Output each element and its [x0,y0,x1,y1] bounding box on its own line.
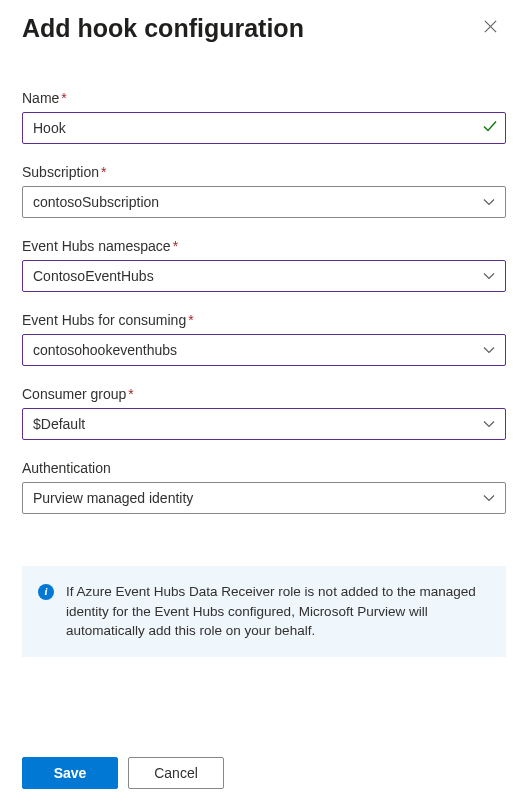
required-star: * [101,164,106,180]
field-consuming: Event Hubs for consuming* contosohookeve… [22,312,506,366]
field-label-namespace: Event Hubs namespace* [22,238,506,254]
field-authentication: Authentication Purview managed identity [22,460,506,514]
chevron-down-icon [473,492,505,504]
required-star: * [188,312,193,328]
panel-footer: Save Cancel [22,741,506,789]
name-input-wrap [22,112,506,144]
checkmark-icon [482,118,498,138]
panel-title: Add hook configuration [22,14,304,43]
close-icon [483,19,498,38]
name-input[interactable] [22,112,506,144]
chevron-down-icon [473,196,505,208]
consumer-group-select[interactable]: $Default [22,408,506,440]
info-message-text: If Azure Event Hubs Data Receiver role i… [66,582,490,641]
chevron-down-icon [473,418,505,430]
consuming-select[interactable]: contosohookeventhubs [22,334,506,366]
required-star: * [173,238,178,254]
panel-header: Add hook configuration [22,12,506,44]
field-label-name: Name* [22,90,506,106]
field-label-consumer-group: Consumer group* [22,386,506,402]
save-button[interactable]: Save [22,757,118,789]
field-namespace: Event Hubs namespace* ContosoEventHubs [22,238,506,292]
field-name: Name* [22,90,506,144]
info-icon: i [38,584,54,600]
required-star: * [128,386,133,402]
field-subscription: Subscription* contosoSubscription [22,164,506,218]
consumer-group-value: $Default [23,416,473,432]
namespace-value: ContosoEventHubs [23,268,473,284]
close-button[interactable] [474,12,506,44]
authentication-value: Purview managed identity [23,490,473,506]
chevron-down-icon [473,344,505,356]
consuming-value: contosohookeventhubs [23,342,473,358]
cancel-button[interactable]: Cancel [128,757,224,789]
field-label-authentication: Authentication [22,460,506,476]
add-hook-panel: Add hook configuration Name* [0,0,528,807]
subscription-select[interactable]: contosoSubscription [22,186,506,218]
namespace-select[interactable]: ContosoEventHubs [22,260,506,292]
info-message-box: i If Azure Event Hubs Data Receiver role… [22,566,506,657]
required-star: * [61,90,66,106]
authentication-select[interactable]: Purview managed identity [22,482,506,514]
field-label-subscription: Subscription* [22,164,506,180]
chevron-down-icon [473,270,505,282]
subscription-value: contosoSubscription [23,194,473,210]
field-label-consuming: Event Hubs for consuming* [22,312,506,328]
field-consumer-group: Consumer group* $Default [22,386,506,440]
